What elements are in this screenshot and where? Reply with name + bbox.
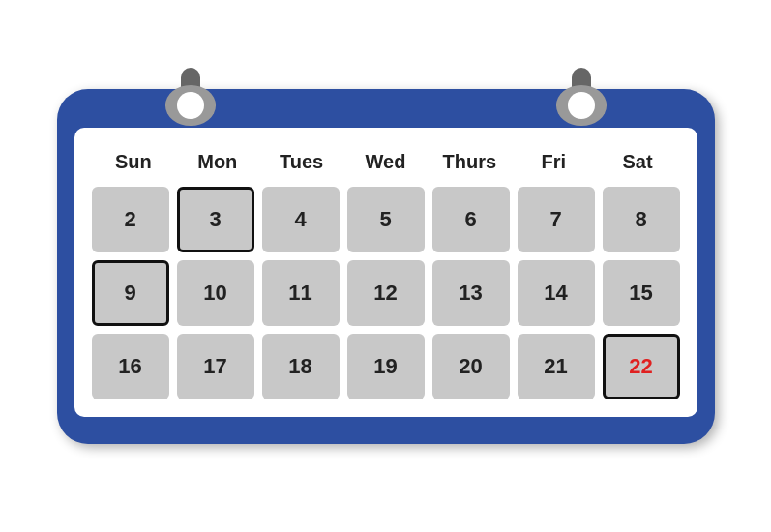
ring-right bbox=[564, 68, 599, 126]
calendar-body: SunMonTuesWedThursFriSat 234567891011121… bbox=[74, 128, 697, 417]
date-cell[interactable]: 7 bbox=[518, 187, 595, 252]
day-header-wed: Wed bbox=[343, 147, 428, 177]
day-header-mon: Mon bbox=[175, 147, 259, 177]
ring-bottom-right bbox=[556, 85, 607, 126]
date-cell[interactable]: 17 bbox=[177, 334, 254, 399]
date-cell[interactable]: 15 bbox=[603, 260, 680, 326]
date-cell[interactable]: 11 bbox=[262, 260, 340, 326]
ring-bottom-left bbox=[165, 85, 216, 126]
rings bbox=[57, 68, 715, 126]
day-header-sat: Sat bbox=[596, 147, 680, 177]
calendar: SunMonTuesWedThursFriSat 234567891011121… bbox=[57, 89, 715, 444]
date-cell[interactable]: 5 bbox=[347, 187, 425, 252]
date-cell[interactable]: 22 bbox=[603, 334, 680, 399]
date-cell[interactable]: 18 bbox=[262, 334, 340, 399]
date-cell[interactable]: 6 bbox=[432, 187, 510, 252]
date-cell[interactable]: 4 bbox=[262, 187, 340, 252]
day-header-thurs: Thurs bbox=[428, 147, 512, 177]
date-cell[interactable]: 10 bbox=[177, 260, 254, 326]
day-header-fri: Fri bbox=[512, 147, 596, 177]
day-header-tues: Tues bbox=[259, 147, 343, 177]
date-cell[interactable]: 9 bbox=[92, 260, 169, 326]
ring-left bbox=[173, 68, 208, 126]
date-cell[interactable]: 2 bbox=[92, 187, 169, 252]
date-cell[interactable]: 21 bbox=[518, 334, 595, 399]
date-grid: 2345678910111213141516171819202122 bbox=[92, 187, 680, 399]
date-cell[interactable]: 8 bbox=[603, 187, 680, 252]
date-cell[interactable]: 12 bbox=[347, 260, 425, 326]
date-cell[interactable]: 19 bbox=[347, 334, 425, 399]
date-cell[interactable]: 3 bbox=[177, 187, 254, 252]
day-header-sun: Sun bbox=[92, 147, 176, 177]
date-cell[interactable]: 13 bbox=[432, 260, 510, 326]
date-cell[interactable]: 20 bbox=[432, 334, 510, 399]
day-headers: SunMonTuesWedThursFriSat bbox=[92, 147, 680, 177]
date-cell[interactable]: 14 bbox=[518, 260, 595, 326]
date-cell[interactable]: 16 bbox=[92, 334, 169, 399]
